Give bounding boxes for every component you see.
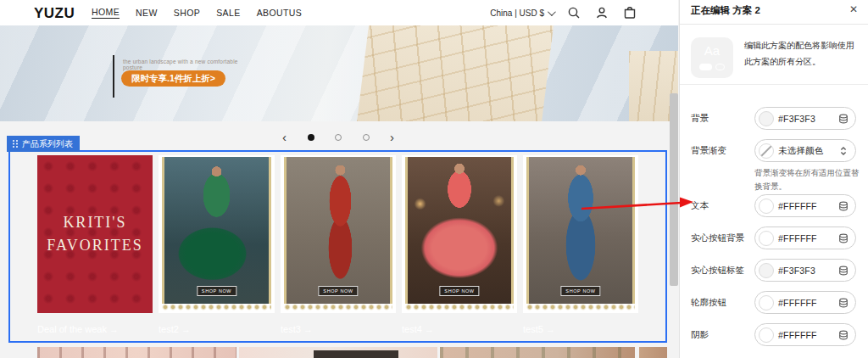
color-swatch	[759, 327, 774, 343]
nav-new[interactable]: NEW	[136, 8, 158, 18]
section-badge[interactable]: 产品系列列表	[7, 136, 80, 152]
color-value: #FFFFFF	[778, 201, 817, 211]
scheme-info-text: 编辑此方案的配色将影响使用此方案的所有分区。	[744, 38, 860, 70]
search-icon[interactable]	[566, 5, 581, 20]
color-input-shadow[interactable]: #FFFFFF	[754, 323, 856, 346]
shop-now-button[interactable]: SHOP NOW	[560, 286, 600, 296]
color-swatch	[759, 231, 774, 246]
promo-button[interactable]: 限时专享.1件折上折>	[121, 70, 225, 87]
hero-banner: the urban landscape with a new comfortab…	[0, 25, 678, 121]
no-color-swatch	[759, 143, 774, 159]
shop-now-button[interactable]: SHOP NOW	[439, 286, 479, 296]
scheme-outline-button-sample	[715, 64, 725, 70]
field-label-background: 背景	[691, 113, 709, 125]
drag-handle-icon	[12, 139, 19, 148]
hero-coat-image	[356, 25, 554, 121]
featured-card-title-line2: FAVORITES	[47, 234, 142, 257]
hero-carousel-controls: ‹ ›	[282, 130, 394, 145]
locale-currency-selector[interactable]: China | USD $	[490, 8, 554, 18]
divider	[680, 24, 868, 25]
color-input-solid-button-background[interactable]: #FFFFFF	[754, 227, 856, 249]
swatch-stack-icon	[838, 233, 849, 243]
collection-card[interactable]: SHOP NOW	[402, 155, 517, 313]
collection-card[interactable]: SHOP NOW	[159, 155, 275, 313]
product-photo	[405, 157, 514, 304]
section-badge-label: 产品系列列表	[22, 138, 73, 150]
featured-card-title-line1: KRITI'S	[63, 211, 126, 234]
panel-title: 正在编辑 方案 2	[691, 4, 760, 17]
next-section-image	[37, 347, 236, 358]
header-utilities: China | USD $	[490, 0, 637, 25]
account-icon[interactable]	[594, 5, 609, 20]
locale-label: China | USD $	[490, 8, 544, 18]
scheme-preview-tile[interactable]: Aa	[691, 37, 733, 78]
shop-now-button[interactable]: SHOP NOW	[197, 286, 236, 296]
collection-link-test5[interactable]: test5 →	[523, 324, 555, 334]
scheme-aa-sample: Aa	[691, 43, 733, 58]
carousel-next-icon[interactable]: ›	[390, 131, 394, 143]
collection-link-deal[interactable]: Deal of the weak →	[37, 324, 119, 334]
store-header: YUZU HOME NEW SHOP SALE ABOUTUS China | …	[0, 0, 678, 25]
color-swatch	[759, 111, 774, 126]
featured-collection-card[interactable]: KRITI'S FAVORITES	[37, 155, 153, 313]
swatch-stack-icon	[838, 298, 849, 308]
gold-lace-border	[284, 304, 392, 311]
nav-aboutus[interactable]: ABOUTUS	[257, 8, 303, 18]
gold-lace-border	[162, 304, 271, 311]
hero-tagline: the urban landscape with a new comfortab…	[123, 59, 242, 70]
nav-shop[interactable]: SHOP	[174, 8, 200, 18]
product-photo	[526, 157, 635, 304]
color-swatch	[759, 263, 774, 278]
swatch-stack-icon	[838, 330, 849, 340]
gold-lace-border	[526, 304, 635, 311]
carousel-dot-2[interactable]	[335, 134, 342, 141]
gold-lace-border	[405, 304, 514, 311]
nav-sale[interactable]: SALE	[216, 8, 240, 18]
field-label-text: 文本	[691, 200, 709, 212]
product-photo	[284, 157, 392, 304]
field-label-outline-button: 轮廓按钮	[691, 297, 726, 309]
color-input-text[interactable]: #FFFFFF	[754, 194, 856, 217]
scheme-solid-button-sample	[699, 64, 712, 70]
color-input-solid-button-label[interactable]: #F3F3F3	[754, 259, 856, 282]
collection-card[interactable]: SHOP NOW	[281, 155, 396, 313]
shop-now-button[interactable]: SHOP NOW	[318, 286, 358, 296]
collection-link-test3[interactable]: test3 →	[281, 324, 313, 334]
color-input-background[interactable]: #F3F3F3	[754, 107, 856, 130]
preview-scrollbar[interactable]	[670, 93, 678, 286]
color-scheme-editor-panel: 正在编辑 方案 2 ✕ Aa 编辑此方案的配色将影响使用此方案的所有分区。 背景…	[680, 0, 868, 358]
divider	[680, 84, 868, 85]
color-value: #FFFFFF	[778, 233, 817, 243]
close-icon[interactable]: ✕	[849, 3, 858, 15]
color-input-outline-button[interactable]: #FFFFFF	[754, 291, 856, 314]
collection-link-test2[interactable]: test2 →	[159, 324, 191, 334]
collection-list-section[interactable]: KRITI'S FAVORITES SHOP NOW SHOP NOW SHOP…	[8, 150, 667, 343]
field-label-solid-button-label: 实心按钮标签	[691, 265, 744, 277]
cart-icon[interactable]	[622, 5, 637, 20]
color-swatch	[759, 295, 774, 310]
gradient-value: 未选择颜色	[778, 145, 824, 157]
swatch-stack-icon	[838, 201, 849, 211]
product-photo	[162, 157, 271, 304]
carousel-dot-1[interactable]	[308, 134, 314, 141]
store-nav: HOME NEW SHOP SALE ABOUTUS	[92, 0, 302, 25]
color-value: #F3F3F3	[778, 114, 815, 124]
color-swatch	[759, 199, 774, 214]
next-section-image	[440, 347, 635, 358]
gradient-helper-text: 背景渐变将在所有适用位置替换背景。	[754, 166, 860, 193]
chevron-down-icon	[548, 8, 556, 16]
field-label-solid-button-background: 实心按钮背景	[691, 232, 744, 244]
collection-card[interactable]: SHOP NOW	[523, 155, 638, 313]
carousel-dot-3[interactable]	[363, 134, 370, 141]
field-label-background-gradient: 背景渐变	[691, 145, 726, 157]
theme-editor-screen: YUZU HOME NEW SHOP SALE ABOUTUS China | …	[0, 0, 868, 358]
nav-home[interactable]: HOME	[92, 7, 120, 19]
carousel-prev-icon[interactable]: ‹	[282, 131, 287, 143]
next-section-image	[239, 347, 437, 358]
swatch-stack-icon	[838, 266, 849, 276]
color-value: #FFFFFF	[778, 298, 817, 308]
hero-divider-line	[113, 55, 114, 98]
collection-link-test4[interactable]: test4 →	[402, 324, 434, 334]
gradient-select[interactable]: 未选择颜色	[754, 139, 856, 162]
store-logo[interactable]: YUZU	[34, 5, 75, 22]
